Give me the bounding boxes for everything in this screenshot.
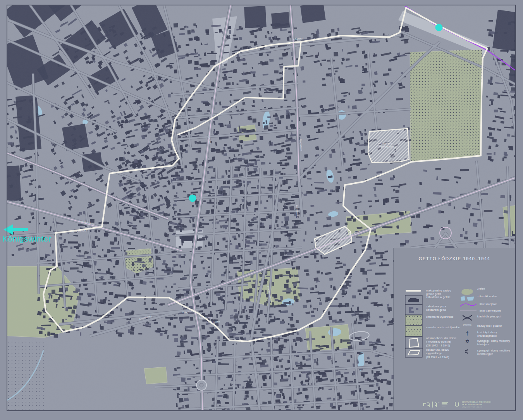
gypsy-camp-swatch [404, 348, 424, 358]
jewish-cemetery-swatch [404, 315, 424, 326]
legend-item-label: linie kolejowe [480, 302, 497, 306]
legend-item-label: cmentarze żydowskie [426, 315, 454, 319]
legend-item-label: obszar obozu dla dzieci i młodzieży pols… [426, 336, 456, 347]
legend-item-children-camp-swatch: obszar obozu dla dzieci i młodzieży pols… [404, 336, 465, 349]
legend-item-footbridge-icon: kładki dla pieszych [459, 314, 514, 321]
legend-item-synagogue-star-icon: ✡synagogi i domy modlitwy istniejące [459, 339, 514, 346]
railway-swatch [459, 302, 477, 307]
map-marker[interactable] [435, 24, 443, 31]
legend-item-synagogue-star-broken-icon: synagogi i domy modlitwy nieistniejące [459, 348, 514, 356]
legend-item-label: zbiorniki wodne [477, 294, 497, 298]
christian-cemetery-swatch [404, 325, 424, 337]
legend-item-label: zabudowa poza obszarem getta [426, 304, 446, 312]
legend-item-christian-cemetery-swatch: cmentarze chrześcijańskie [404, 325, 465, 337]
synagogue-star-broken-icon [459, 348, 475, 355]
legend-item-church-cross-icon: †kościoły i zbory chrześcijańskie [459, 330, 514, 338]
water-swatch [459, 294, 475, 302]
legend-item-ghetto-building-swatch: zabudowa w getcie [404, 295, 465, 305]
legend-item-label: kościoły i zbory chrześcijańskie [477, 330, 497, 338]
legend-item-label: obszar tzw. obozu cygańskiego (XI 1941 –… [426, 348, 449, 359]
street-name-sample-text: Dworska [463, 324, 471, 326]
map-viewer: WrześnieńskaDrewnowskaStary RynekPodrzec… [0, 0, 523, 420]
hebrew-glyph-logo [422, 400, 451, 410]
legend-item-label: linie tramwajowe [480, 309, 501, 312]
legend-item-label: zabudowa w getcie [426, 295, 451, 299]
legend-item-gypsy-camp-swatch: obszar tzw. obozu cygańskiego (XI 1941 –… [404, 348, 465, 359]
church-cross-icon: † [459, 330, 475, 336]
legend-item-water-swatch: zbiorniki wodne [459, 294, 514, 302]
tram-swatch [459, 309, 477, 312]
boundary-line-swatch [404, 288, 424, 293]
legend-item-jewish-cemetery-swatch: cmentarze żydowskie [404, 315, 465, 326]
legend-item-tram-swatch: linie tramwajowe [459, 309, 514, 312]
legend-item-label: zieleń [477, 286, 485, 290]
synagogue-star-icon: ✡ [459, 339, 475, 344]
legend-item-label: kładki dla pieszych [477, 314, 501, 318]
logo-line-1: CENTRUM BADAŃ ŻYDOWSKICH [462, 401, 491, 404]
legend-item-outside-building-swatch: zabudowa poza obszarem getta [404, 304, 465, 315]
street-name-sample: Dworska [459, 324, 475, 326]
ghetto-building-swatch [404, 295, 424, 305]
children-camp-swatch [404, 336, 424, 349]
legend-item-label: cmentarze chrześcijańskie [426, 325, 460, 329]
legend-title: GETTO ŁÓDZKIE 1940–1944 [394, 256, 515, 261]
footbridge-icon [459, 314, 475, 321]
legend-panel: GETTO ŁÓDZKIE 1940–1944 maksymalny zasię… [394, 248, 515, 411]
legend-item-railway-swatch: linie kolejowe [459, 302, 514, 307]
university-jewish-research-logo: CENTRUM BADAŃ ŻYDOWSKICH IM. FILIPA FRIE… [454, 401, 491, 409]
direction-arrow-label: Königswinter [2, 234, 51, 243]
legend-item-label: nazwy ulic i placów [477, 324, 502, 327]
logo-line-3: UNIWERSYTET ŁÓDZKI [462, 406, 491, 409]
legend-item-street-name-sample: Dworskanazwy ulic i placów [459, 324, 514, 327]
legend-item-label: synagogi i domy modlitwy nieistniejące [477, 348, 510, 356]
legend-logos: CENTRUM BADAŃ ŻYDOWSKICH IM. FILIPA FRIE… [394, 399, 515, 413]
map-marker[interactable] [189, 195, 196, 202]
legend-item-label: synagogi i domy modlitwy istniejące [477, 339, 510, 346]
logo-line-2: IM. FILIPA FRIEDMANA [462, 404, 491, 406]
outside-building-swatch [404, 304, 424, 315]
uni-lodz-mark-icon [454, 401, 460, 407]
